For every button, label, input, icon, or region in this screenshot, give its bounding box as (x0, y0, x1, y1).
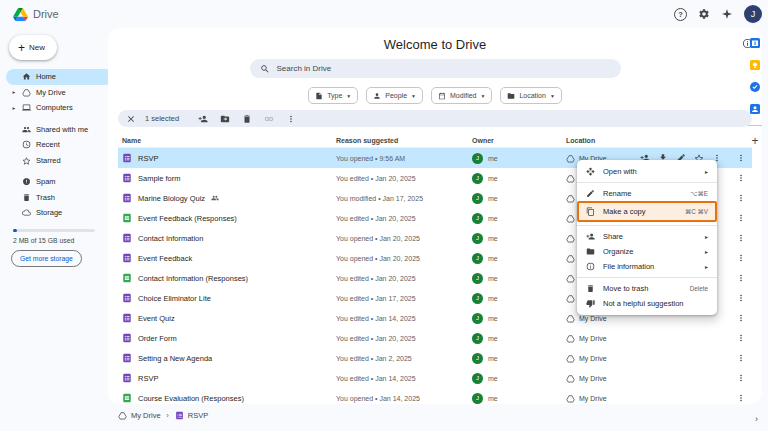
owner-name: me (488, 235, 498, 242)
pencil-icon (586, 189, 595, 198)
folder-move-icon[interactable] (220, 114, 230, 124)
menu-item-file-information[interactable]: File information▸ (577, 259, 717, 274)
clear-selection-icon[interactable] (126, 114, 136, 124)
file-name: Event Feedback (138, 254, 192, 263)
column-header-name[interactable]: Name (122, 137, 336, 144)
thumb-down-icon (586, 299, 595, 308)
menu-item-move-to-trash[interactable]: Move to trashDelete (577, 281, 717, 296)
menu-item-not-a-helpful-suggestion[interactable]: Not a helpful suggestion (577, 296, 717, 311)
column-header-location[interactable]: Location (566, 137, 676, 144)
file-name-cell: RSVP (122, 153, 336, 163)
file-name: Course Evaluation (Responses) (138, 394, 244, 403)
file-row-setting-a-new-agenda[interactable]: Setting a New AgendaYou edited • Jan 2, … (118, 348, 752, 368)
sheet-icon (122, 393, 132, 403)
owner-cell: Jme (472, 313, 566, 324)
menu-divider (577, 182, 717, 183)
menu-divider (577, 277, 717, 278)
search-icon (260, 64, 270, 74)
form-icon (122, 153, 132, 163)
expand-caret-icon[interactable]: ▸ (11, 105, 17, 111)
more-vert-icon[interactable] (286, 114, 296, 124)
owner-name: me (488, 375, 498, 382)
search-input[interactable]: Search in Drive (250, 59, 621, 78)
filter-chip-label: Location (519, 92, 545, 99)
get-more-storage-button[interactable]: Get more storage (11, 250, 82, 267)
location-chip[interactable]: My Drive (566, 334, 676, 343)
menu-shortcut: ⌥⌘E (690, 190, 708, 197)
breadcrumb-item-my-drive[interactable]: My Drive (118, 411, 161, 420)
owner-cell: Jme (472, 293, 566, 304)
chevron-down-icon: ▼ (550, 93, 555, 99)
location-chip[interactable]: My Drive (566, 354, 676, 363)
sidebar-item-spam[interactable]: Spam (6, 174, 114, 190)
menu-item-rename[interactable]: Rename⌥⌘E (577, 186, 717, 201)
filter-chip-type[interactable]: Type▼ (308, 87, 358, 104)
gemini-sparkle-icon[interactable] (721, 8, 733, 20)
sidebar-item-home[interactable]: Home (6, 69, 114, 85)
file-row-order-form[interactable]: Order FormYou edited • Jan 20, 2025JmeMy… (118, 328, 752, 348)
account-avatar[interactable]: J (744, 5, 762, 23)
file-name: Marine Biology Quiz (138, 194, 205, 203)
location-label: My Drive (579, 355, 607, 362)
menu-item-open-with[interactable]: Open with▸ (577, 164, 717, 179)
menu-item-label: Move to trash (603, 284, 682, 293)
sidebar-item-label: Recent (36, 140, 60, 149)
tasks-app-icon[interactable] (749, 81, 761, 93)
person-add-icon[interactable] (198, 114, 208, 124)
owner-cell: Jme (472, 193, 566, 204)
submenu-arrow-icon: ▸ (705, 233, 708, 240)
row-more-cell (676, 333, 748, 343)
keep-app-icon[interactable] (749, 59, 761, 71)
menu-item-make-a-copy[interactable]: Make a copy⌘C ⌘V (577, 201, 717, 222)
form-icon (122, 313, 132, 323)
settings-gear-icon[interactable] (698, 8, 710, 20)
location-chip[interactable]: My Drive (566, 374, 676, 383)
rail-plus-icon[interactable]: + (751, 136, 758, 146)
plus-icon: + (18, 43, 25, 53)
owner-avatar: J (472, 293, 483, 304)
sidebar-item-recent[interactable]: Recent (6, 137, 114, 153)
breadcrumb: My Drive›RSVP (118, 407, 208, 423)
owner-avatar: J (472, 173, 483, 184)
header-actions: ? J (674, 5, 762, 23)
sidebar-item-trash[interactable]: Trash (6, 190, 114, 206)
breadcrumb-item-rsvp[interactable]: RSVP (175, 411, 208, 420)
location-label: My Drive (579, 335, 607, 342)
filter-chip-location[interactable]: Location▼ (500, 87, 561, 104)
contacts-app-icon[interactable] (749, 103, 761, 115)
filter-chip-people[interactable]: People▼ (366, 87, 423, 104)
sidebar-item-starred[interactable]: Starred (6, 153, 114, 169)
google-drive-window: Drive ? J + New Home▸My Drive▸ComputersS… (0, 0, 768, 431)
sidebar-item-shared-with-me[interactable]: Shared with me (6, 122, 114, 138)
drive-home-link[interactable]: Drive (13, 8, 59, 21)
new-button[interactable]: + New (9, 35, 57, 60)
file-name-cell: Event Quiz (122, 313, 336, 323)
location-chip[interactable]: My Drive (566, 394, 676, 403)
menu-item-organize[interactable]: Organize▸ (577, 244, 717, 259)
filter-chip-modified[interactable]: Modified▼ (431, 87, 492, 104)
file-name-cell: Event Feedback (122, 253, 336, 263)
expand-caret-icon[interactable]: ▸ (11, 89, 17, 95)
form-icon (122, 333, 132, 343)
file-row-rsvp[interactable]: RSVPYou edited • Jan 14, 2025JmeMy Drive (118, 368, 752, 388)
app-header: Drive ? J (0, 0, 768, 28)
sidebar-item-label: Starred (36, 156, 61, 165)
trash-icon (22, 193, 31, 202)
sidebar-item-my-drive[interactable]: ▸My Drive (6, 85, 114, 101)
filter-chip-label: Type (327, 92, 342, 99)
column-header-owner[interactable]: Owner (472, 137, 566, 144)
sidebar-item-storage[interactable]: Storage (6, 205, 114, 221)
file-row-course-evaluation-responses[interactable]: Course Evaluation (Responses)You opened … (118, 388, 752, 404)
form-icon (122, 353, 132, 363)
owner-name: me (488, 155, 498, 162)
cloud-icon (22, 208, 31, 217)
sidebar-item-computers[interactable]: ▸Computers (6, 100, 114, 116)
column-header-reason-suggested[interactable]: Reason suggested (336, 137, 472, 144)
trash-icon[interactable] (242, 114, 252, 124)
link-icon[interactable] (264, 114, 274, 124)
menu-item-share[interactable]: Share▸ (577, 229, 717, 244)
sidebar-item-label: Spam (36, 177, 56, 186)
show-side-panel-icon[interactable]: › (755, 414, 758, 424)
calendar-app-icon[interactable] (749, 37, 761, 49)
help-icon[interactable]: ? (674, 8, 687, 21)
